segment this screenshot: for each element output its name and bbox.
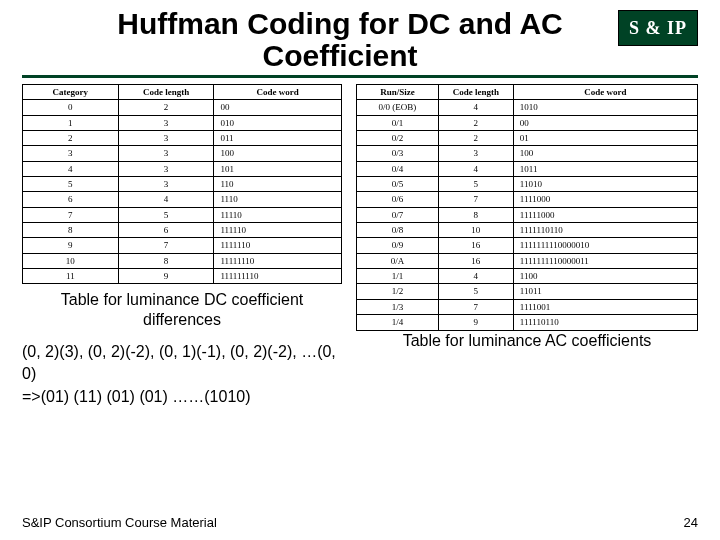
table-cell: 0/1 — [357, 115, 439, 130]
table-cell: 1/3 — [357, 299, 439, 314]
table-cell: 8 — [118, 253, 214, 268]
table-cell: 2 — [23, 131, 119, 146]
table-cell: 111111110 — [214, 269, 342, 284]
table-cell: 110 — [214, 177, 342, 192]
table-cell: 111110110 — [513, 315, 697, 330]
table-cell: 4 — [438, 269, 513, 284]
table-row: 971111110 — [23, 238, 342, 253]
ac-h0: Run/Size — [357, 85, 439, 100]
table-cell: 0/A — [357, 253, 439, 268]
table-cell: 5 — [23, 177, 119, 192]
table-cell: 1100 — [513, 269, 697, 284]
table-cell: 4 — [118, 192, 214, 207]
table-row: 53110 — [23, 177, 342, 192]
table-cell: 1011 — [513, 161, 697, 176]
ac-h1: Code length — [438, 85, 513, 100]
table-row: 7511110 — [23, 207, 342, 222]
table-cell: 00 — [214, 100, 342, 115]
table-cell: 11111000 — [513, 207, 697, 222]
table-cell: 16 — [438, 238, 513, 253]
table-cell: 1/4 — [357, 315, 439, 330]
table-header-row: Run/Size Code length Code word — [357, 85, 698, 100]
table-cell: 2 — [438, 131, 513, 146]
table-row: 10811111110 — [23, 253, 342, 268]
dc-table: Category Code length Code word 020013010… — [22, 84, 342, 284]
table-cell: 1/1 — [357, 269, 439, 284]
table-cell: 1111001 — [513, 299, 697, 314]
table-cell: 1111110 — [214, 238, 342, 253]
table-cell: 3 — [438, 146, 513, 161]
ac-h2: Code word — [513, 85, 697, 100]
table-cell: 010 — [214, 115, 342, 130]
table-row: 33100 — [23, 146, 342, 161]
table-cell: 011 — [214, 131, 342, 146]
table-cell: 0/5 — [357, 177, 439, 192]
example-block: (0, 2)(3), (0, 2)(-2), (0, 1)(-1), (0, 2… — [22, 341, 342, 408]
table-cell: 111110 — [214, 223, 342, 238]
sip-logo: S & IP — [618, 10, 698, 46]
table-row: 86111110 — [23, 223, 342, 238]
table-cell: 1 — [23, 115, 119, 130]
table-cell: 2 — [438, 115, 513, 130]
table-cell: 1111111110000011 — [513, 253, 697, 268]
table-row: 1/141100 — [357, 269, 698, 284]
table-cell: 100 — [513, 146, 697, 161]
page-number: 24 — [684, 515, 698, 530]
table-row: 0/7811111000 — [357, 207, 698, 222]
table-cell: 7 — [23, 207, 119, 222]
table-cell: 9 — [438, 315, 513, 330]
table-cell: 1111110110 — [513, 223, 697, 238]
dc-h0: Category — [23, 85, 119, 100]
table-cell: 3 — [118, 146, 214, 161]
table-cell: 5 — [118, 207, 214, 222]
table-row: 0/9161111111110000010 — [357, 238, 698, 253]
table-cell: 9 — [23, 238, 119, 253]
table-cell: 5 — [438, 284, 513, 299]
table-cell: 8 — [23, 223, 119, 238]
table-cell: 3 — [118, 115, 214, 130]
slide-title: Huffman Coding for DC and AC Coefficient — [22, 8, 618, 71]
dc-column: Category Code length Code word 020013010… — [22, 84, 342, 408]
table-cell: 9 — [118, 269, 214, 284]
content-body: Category Code length Code word 020013010… — [22, 84, 698, 408]
table-row: 1/371111001 — [357, 299, 698, 314]
table-cell: 3 — [23, 146, 119, 161]
table-cell: 11 — [23, 269, 119, 284]
table-cell: 0/0 (EOB) — [357, 100, 439, 115]
table-cell: 6 — [23, 192, 119, 207]
table-cell: 3 — [118, 161, 214, 176]
table-cell: 11110 — [214, 207, 342, 222]
table-row: 0/5511010 — [357, 177, 698, 192]
table-cell: 0/2 — [357, 131, 439, 146]
table-cell: 2 — [118, 100, 214, 115]
example-line-2: =>(01) (11) (01) (01) ……(1010) — [22, 386, 342, 408]
dc-caption: Table for luminance DC coefficient diffe… — [22, 290, 342, 328]
table-cell: 7 — [438, 299, 513, 314]
table-cell: 7 — [438, 192, 513, 207]
table-cell: 4 — [23, 161, 119, 176]
table-cell: 1111000 — [513, 192, 697, 207]
footer-text: S&IP Consortium Course Material — [22, 515, 217, 530]
table-cell: 6 — [118, 223, 214, 238]
table-row: 0/1200 — [357, 115, 698, 130]
table-cell: 4 — [438, 100, 513, 115]
table-row: 0/441011 — [357, 161, 698, 176]
dc-h1: Code length — [118, 85, 214, 100]
table-cell: 16 — [438, 253, 513, 268]
table-cell: 7 — [118, 238, 214, 253]
title-row: Huffman Coding for DC and AC Coefficient… — [22, 8, 698, 71]
table-cell: 0/9 — [357, 238, 439, 253]
table-cell: 0/8 — [357, 223, 439, 238]
table-header-row: Category Code length Code word — [23, 85, 342, 100]
table-cell: 1/2 — [357, 284, 439, 299]
table-cell: 0/7 — [357, 207, 439, 222]
slide: Huffman Coding for DC and AC Coefficient… — [0, 0, 720, 540]
table-cell: 0/6 — [357, 192, 439, 207]
table-cell: 1010 — [513, 100, 697, 115]
table-cell: 5 — [438, 177, 513, 192]
table-row: 43101 — [23, 161, 342, 176]
table-cell: 8 — [438, 207, 513, 222]
table-row: 1/2511011 — [357, 284, 698, 299]
table-cell: 0/4 — [357, 161, 439, 176]
table-row: 23011 — [23, 131, 342, 146]
